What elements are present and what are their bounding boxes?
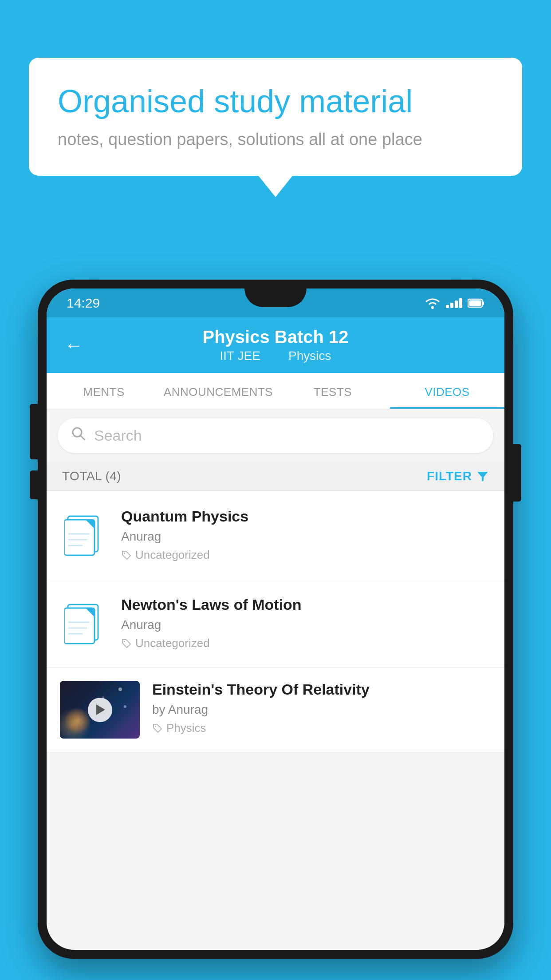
- filter-funnel-icon: [476, 470, 489, 482]
- video-item-1[interactable]: Newton's Laws of Motion Anurag Uncategor…: [47, 579, 504, 668]
- tab-announcements[interactable]: ANNOUNCEMENTS: [161, 373, 276, 409]
- video-tag-text-1: Uncategorized: [135, 636, 210, 650]
- search-placeholder: Search: [94, 427, 142, 444]
- signal-icon: [446, 298, 462, 308]
- tab-announcements-label: ANNOUNCEMENTS: [164, 385, 273, 399]
- header-subtitle-part2: Physics: [288, 349, 331, 363]
- total-count: TOTAL (4): [62, 469, 121, 483]
- speech-bubble-container: Organised study material notes, question…: [29, 58, 522, 176]
- tab-videos-label: VIDEOS: [425, 385, 469, 399]
- filter-button[interactable]: FILTER: [427, 469, 489, 483]
- svg-rect-3: [469, 300, 481, 306]
- filter-row: TOTAL (4) FILTER: [47, 462, 504, 491]
- phone-screen: 14:29: [47, 288, 504, 950]
- play-button-2[interactable]: [88, 698, 112, 722]
- file-folder-icon-0: [64, 512, 104, 558]
- video-tag-1: Uncategorized: [121, 636, 491, 650]
- video-item-0[interactable]: Quantum Physics Anurag Uncategorized: [47, 491, 504, 579]
- svg-line-5: [80, 435, 85, 440]
- svg-point-11: [124, 553, 125, 554]
- svg-point-0: [431, 306, 434, 309]
- video-title-0: Quantum Physics: [121, 508, 491, 525]
- video-list: Quantum Physics Anurag Uncategorized: [47, 491, 504, 752]
- bubble-title: Organised study material: [58, 82, 493, 120]
- content-area: Search TOTAL (4) FILTER: [47, 418, 504, 752]
- tag-icon-0: [121, 550, 132, 561]
- bubble-subtitle: notes, question papers, solutions all at…: [58, 130, 493, 149]
- status-icons: [425, 297, 484, 309]
- notch: [244, 288, 307, 307]
- video-author-1: Anurag: [121, 618, 491, 632]
- video-title-1: Newton's Laws of Motion: [121, 596, 491, 613]
- tab-videos[interactable]: VIDEOS: [390, 373, 504, 409]
- video-info-0: Quantum Physics Anurag Uncategorized: [121, 508, 491, 562]
- video-item-2[interactable]: Einstein's Theory Of Relativity by Anura…: [47, 668, 504, 752]
- video-tag-text-0: Uncategorized: [135, 548, 210, 562]
- video-author-2: by Anurag: [152, 703, 491, 717]
- header-subtitle-part1: IIT JEE: [220, 349, 260, 363]
- video-tag-text-2: Physics: [166, 721, 206, 735]
- svg-point-18: [155, 726, 156, 727]
- battery-icon: [468, 298, 484, 308]
- play-triangle-2: [96, 704, 105, 715]
- svg-rect-2: [483, 301, 484, 305]
- file-folder-icon-1: [64, 600, 104, 647]
- tab-bar: MENTS ANNOUNCEMENTS TESTS VIDEOS: [47, 373, 504, 409]
- video-tag-2: Physics: [152, 721, 491, 735]
- status-bar: 14:29: [47, 288, 504, 317]
- tab-ments[interactable]: MENTS: [47, 373, 161, 409]
- video-tag-0: Uncategorized: [121, 548, 491, 562]
- tab-ments-label: MENTS: [83, 385, 125, 399]
- search-icon: [71, 426, 86, 445]
- header-center: Physics Batch 12 IIT JEE Physics: [202, 327, 348, 363]
- speech-bubble: Organised study material notes, question…: [29, 58, 522, 176]
- video-thumb-0: [60, 512, 109, 558]
- back-button[interactable]: ←: [64, 335, 83, 356]
- svg-rect-13: [64, 608, 94, 644]
- tab-tests[interactable]: TESTS: [276, 373, 390, 409]
- header-subtitle: IIT JEE Physics: [202, 349, 348, 363]
- svg-rect-7: [64, 520, 94, 555]
- header-subtitle-divider: [271, 349, 278, 363]
- video-info-2: Einstein's Theory Of Relativity by Anura…: [152, 681, 491, 735]
- phone-wrapper: 14:29: [38, 280, 513, 980]
- video-info-1: Newton's Laws of Motion Anurag Uncategor…: [121, 596, 491, 650]
- status-time: 14:29: [67, 296, 100, 311]
- tab-tests-label: TESTS: [314, 385, 352, 399]
- video-thumbnail-2: [60, 681, 140, 739]
- svg-point-17: [124, 641, 125, 642]
- filter-label: FILTER: [427, 469, 472, 483]
- video-title-2: Einstein's Theory Of Relativity: [152, 681, 491, 698]
- header-title: Physics Batch 12: [202, 327, 348, 347]
- wifi-icon: [425, 297, 441, 309]
- tag-icon-2: [152, 723, 163, 734]
- search-bar[interactable]: Search: [58, 418, 493, 453]
- video-author-0: Anurag: [121, 530, 491, 544]
- app-header: ← Physics Batch 12 IIT JEE Physics: [47, 317, 504, 373]
- tag-icon-1: [121, 638, 132, 649]
- video-thumb-1: [60, 600, 109, 647]
- phone-outer: 14:29: [38, 280, 513, 959]
